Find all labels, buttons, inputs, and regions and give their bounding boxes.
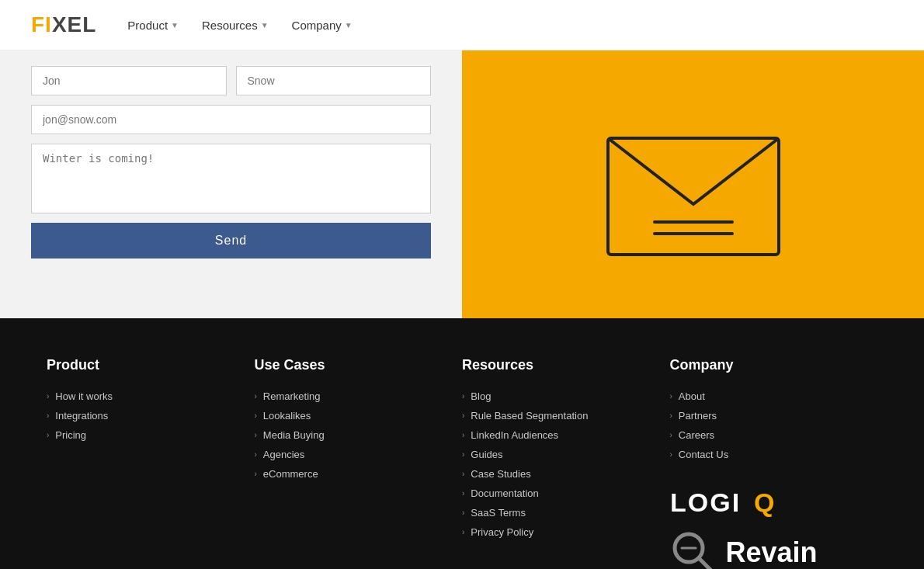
arrow-icon: › — [47, 392, 49, 401]
logo-fi: FI — [31, 12, 52, 36]
nav-product-link[interactable]: Product ▼ — [127, 19, 179, 32]
first-name-input[interactable] — [31, 66, 227, 95]
nav-company-link[interactable]: Company ▼ — [292, 19, 353, 32]
arrow-icon: › — [255, 470, 257, 478]
footer-product-title: Product — [47, 357, 255, 373]
logiq-logo-svg: LOGI Q — [670, 484, 802, 519]
arrow-icon: › — [462, 508, 464, 517]
footer-company-title: Company — [670, 357, 878, 373]
arrow-icon: › — [462, 489, 464, 498]
footer-product-col: Product › How it works › Integrations › … — [47, 357, 255, 569]
footer-product-list: › How it works › Integrations › Pricing — [47, 390, 255, 441]
contact-form-area: Send — [0, 50, 462, 318]
name-row — [31, 66, 431, 95]
last-name-input[interactable] — [236, 66, 432, 95]
footer-resources-title: Resources — [462, 357, 670, 373]
arrow-icon: › — [462, 470, 464, 478]
list-item[interactable]: › Media Buying — [255, 429, 463, 441]
arrow-icon: › — [462, 528, 464, 536]
list-item[interactable]: › Partners — [670, 410, 878, 422]
list-item[interactable]: › Pricing — [47, 429, 255, 441]
svg-rect-0 — [608, 138, 779, 255]
contact-us-link[interactable]: Contact Us — [679, 449, 728, 460]
arrow-icon: › — [670, 450, 672, 459]
list-item[interactable]: › About — [670, 390, 878, 402]
list-item[interactable]: › Blog — [462, 390, 670, 402]
product-chevron-icon: ▼ — [171, 21, 179, 29]
arrow-icon: › — [462, 431, 464, 439]
send-button[interactable]: Send — [31, 223, 431, 258]
integrations-link[interactable]: Integrations — [55, 410, 108, 422]
guides-link[interactable]: Guides — [471, 449, 502, 460]
pricing-link[interactable]: Pricing — [55, 429, 86, 441]
list-item[interactable]: › Rule Based Segmentation — [462, 410, 670, 422]
footer-company-col: Company › About › Partners › Careers › C… — [670, 357, 878, 569]
partner-logos: LOGI Q Revain — [670, 484, 878, 569]
svg-line-6 — [699, 558, 712, 569]
footer-company-list: › About › Partners › Careers › Contact U… — [670, 390, 878, 460]
linkedin-audiences-link[interactable]: LinkedIn Audiences — [471, 429, 558, 441]
message-input[interactable] — [31, 144, 431, 213]
documentation-link[interactable]: Documentation — [471, 487, 538, 499]
revain-logo-row: Revain — [670, 529, 878, 569]
saas-terms-link[interactable]: SaaS Terms — [471, 507, 526, 519]
agencies-link[interactable]: Agencies — [263, 449, 304, 460]
arrow-icon: › — [47, 411, 49, 420]
list-item[interactable]: › Remarketing — [255, 390, 463, 402]
revain-label: Revain — [726, 536, 818, 569]
envelope-icon — [585, 107, 802, 262]
arrow-icon: › — [255, 392, 257, 401]
list-item[interactable]: › SaaS Terms — [462, 507, 670, 519]
footer-resources-col: Resources › Blog › Rule Based Segmentati… — [462, 357, 670, 569]
case-studies-link[interactable]: Case Studies — [471, 468, 530, 480]
arrow-icon: › — [462, 450, 464, 459]
list-item[interactable]: › eCommerce — [255, 468, 463, 480]
revain-icon — [670, 529, 717, 569]
nav-resources-link[interactable]: Resources ▼ — [202, 19, 269, 32]
how-it-works-link[interactable]: How it works — [55, 390, 113, 402]
media-buying-link[interactable]: Media Buying — [263, 429, 325, 441]
arrow-icon: › — [255, 450, 257, 459]
list-item[interactable]: › Documentation — [462, 487, 670, 499]
arrow-icon: › — [670, 411, 672, 420]
careers-link[interactable]: Careers — [679, 429, 714, 441]
logiq-logo: LOGI Q — [670, 484, 878, 522]
list-item[interactable]: › Lookalikes — [255, 410, 463, 422]
arrow-icon: › — [462, 392, 464, 401]
upper-section: Send — [0, 50, 924, 318]
list-item[interactable]: › Careers — [670, 429, 878, 441]
lookalikes-link[interactable]: Lookalikes — [263, 410, 311, 422]
about-link[interactable]: About — [679, 390, 705, 402]
nav-product[interactable]: Product ▼ — [127, 19, 179, 32]
arrow-icon: › — [462, 411, 464, 420]
partners-link[interactable]: Partners — [679, 410, 717, 422]
arrow-icon: › — [670, 431, 672, 439]
logo[interactable]: FIXEL — [31, 12, 96, 37]
list-item[interactable]: › LinkedIn Audiences — [462, 429, 670, 441]
rule-based-segmentation-link[interactable]: Rule Based Segmentation — [471, 410, 588, 422]
resources-chevron-icon: ▼ — [261, 21, 269, 29]
company-chevron-icon: ▼ — [345, 21, 353, 29]
footer-use-cases-title: Use Cases — [255, 357, 463, 373]
footer-columns: Product › How it works › Integrations › … — [47, 357, 877, 569]
svg-text:Q: Q — [754, 487, 776, 517]
list-item[interactable]: › Integrations — [47, 410, 255, 422]
list-item[interactable]: › Guides — [462, 449, 670, 460]
remarketing-link[interactable]: Remarketing — [263, 390, 321, 402]
arrow-icon: › — [255, 431, 257, 439]
privacy-policy-link[interactable]: Privacy Policy — [471, 526, 533, 538]
footer-use-cases-col: Use Cases › Remarketing › Lookalikes › M… — [255, 357, 463, 569]
nav-resources[interactable]: Resources ▼ — [202, 19, 269, 32]
list-item[interactable]: › How it works — [47, 390, 255, 402]
nav-company[interactable]: Company ▼ — [292, 19, 353, 32]
footer-resources-list: › Blog › Rule Based Segmentation › Linke… — [462, 390, 670, 538]
list-item[interactable]: › Case Studies — [462, 468, 670, 480]
envelope-image-area — [462, 50, 924, 318]
list-item[interactable]: › Agencies — [255, 449, 463, 460]
email-input[interactable] — [31, 105, 431, 134]
ecommerce-link[interactable]: eCommerce — [263, 468, 318, 480]
list-item[interactable]: › Privacy Policy — [462, 526, 670, 538]
blog-link[interactable]: Blog — [471, 390, 491, 402]
list-item[interactable]: › Contact Us — [670, 449, 878, 460]
arrow-icon: › — [255, 411, 257, 420]
